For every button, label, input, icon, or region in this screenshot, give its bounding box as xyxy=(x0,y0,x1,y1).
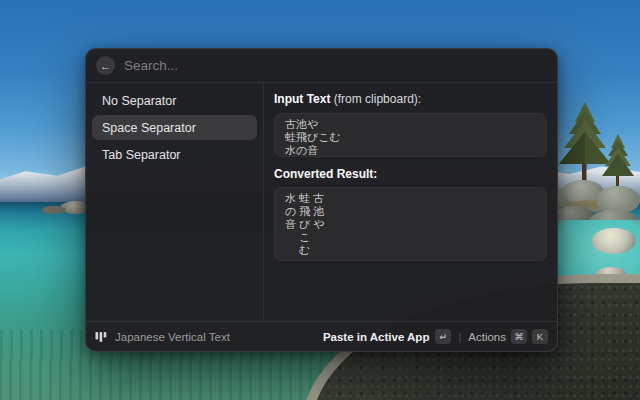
converted-result-box: 水 蛙 古 の 飛 池 音 び や こ む xyxy=(274,187,547,261)
result-line: 水 蛙 古 xyxy=(285,192,536,205)
arrow-left-icon: ← xyxy=(100,57,111,75)
paste-in-active-app-button[interactable]: Paste in Active App ↵ xyxy=(323,329,452,344)
footer-divider: | xyxy=(458,331,461,343)
sidebar-item-space-separator[interactable]: Space Separator xyxy=(92,115,257,140)
search-input[interactable]: Search... xyxy=(124,58,547,73)
input-section-title: Input Text (from clipboard): xyxy=(274,92,547,106)
input-line: 蛙飛びこむ xyxy=(285,131,536,144)
wallpaper-white-boulder xyxy=(592,228,636,254)
raycast-window: ← Search... No Separator Space Separator… xyxy=(85,48,558,352)
extension-name: Japanese Vertical Text xyxy=(115,331,230,343)
sidebar-item-no-separator[interactable]: No Separator xyxy=(92,88,257,113)
sidebar-item-label: No Separator xyxy=(102,94,176,108)
return-key-icon: ↵ xyxy=(435,329,451,344)
action-bar: Japanese Vertical Text Paste in Active A… xyxy=(86,321,557,351)
sidebar-item-tab-separator[interactable]: Tab Separator xyxy=(92,142,257,167)
command-key-icon: ⌘ xyxy=(511,329,527,344)
search-bar: ← Search... xyxy=(86,49,557,83)
screen: ← Search... No Separator Space Separator… xyxy=(0,0,640,400)
content-area: No Separator Space Separator Tab Separat… xyxy=(86,83,557,321)
primary-action-label: Paste in Active App xyxy=(323,331,430,343)
input-line: 古池や xyxy=(285,118,536,131)
input-text-box: 古池や 蛙飛びこむ 水の音 xyxy=(274,113,547,157)
sidebar-item-label: Tab Separator xyxy=(102,148,181,162)
footer-actions: Paste in Active App ↵ | Actions ⌘ K xyxy=(323,329,548,344)
result-line: む xyxy=(285,244,536,257)
result-line: 音 び や xyxy=(285,218,536,231)
detail-panel: Input Text (from clipboard): 古池や 蛙飛びこむ 水… xyxy=(264,83,557,321)
actions-button[interactable]: Actions ⌘ K xyxy=(468,329,548,344)
vertical-text-icon xyxy=(95,331,107,343)
actions-label: Actions xyxy=(468,331,506,343)
result-section-title: Converted Result: xyxy=(274,167,547,181)
wallpaper-rock xyxy=(42,206,66,214)
k-key-icon: K xyxy=(532,329,548,344)
sidebar-item-label: Space Separator xyxy=(102,121,196,135)
back-button[interactable]: ← xyxy=(96,56,115,75)
result-line: の 飛 池 xyxy=(285,205,536,218)
extension-info: Japanese Vertical Text xyxy=(95,331,323,343)
separator-list: No Separator Space Separator Tab Separat… xyxy=(86,83,264,321)
input-line: 水の音 xyxy=(285,144,536,157)
result-line: こ xyxy=(285,231,536,244)
